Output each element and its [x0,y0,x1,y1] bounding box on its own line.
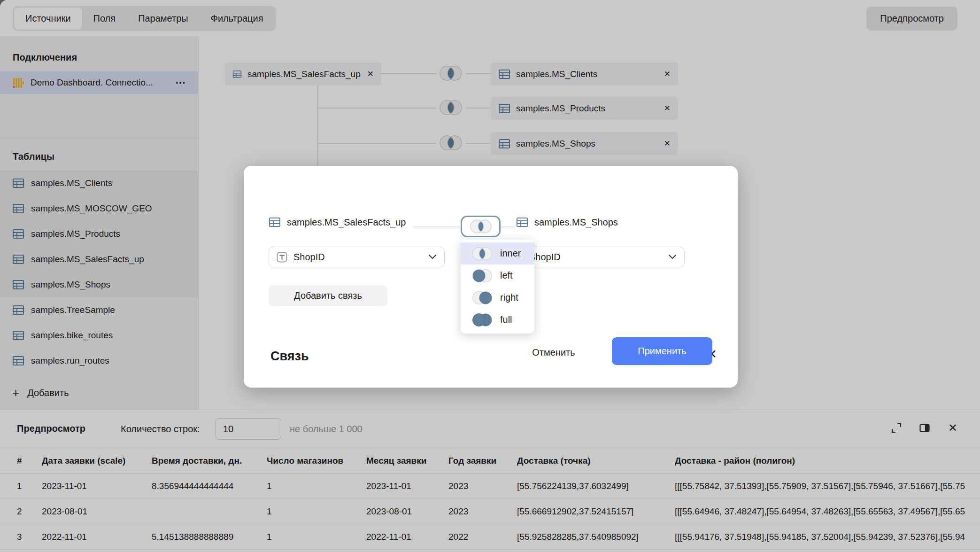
join-option-label: inner [500,248,521,259]
left-field-value: ShopID [293,252,325,263]
dialog-title: Связь [270,349,309,364]
right-table-name: samples.MS_Shops [534,217,618,228]
join-option-label: full [500,314,512,325]
add-relation-button[interactable]: Добавить связь [269,285,387,306]
right-table: samples.MS_Shops [516,216,618,228]
join-line [413,226,461,227]
join-line [501,226,515,227]
left-table-name: samples.MS_SalesFacts_up [287,217,406,228]
join-option-inner[interactable]: inner [461,242,534,264]
join-type-inner-icon [467,217,495,236]
join-option-left[interactable]: left [461,264,534,287]
apply-button[interactable]: Применить [612,337,712,365]
join-type-button[interactable] [461,216,501,237]
cancel-button[interactable]: Отменить [521,345,586,359]
table-icon [516,216,528,228]
join-option-label: left [500,270,513,281]
string-type-icon [277,252,287,263]
left-field-select[interactable]: ShopID [269,247,445,267]
dataset-editor: Источники Поля Параметры Фильтрация Пред… [0,0,980,552]
chevron-down-icon [428,254,437,260]
left-table: samples.MS_SalesFacts_up [269,216,406,228]
chevron-down-icon [668,254,677,260]
table-icon [269,216,281,228]
join-left-icon [471,268,494,284]
join-option-label: right [500,292,518,303]
join-right-icon [471,290,494,306]
join-option-right[interactable]: right [461,287,534,309]
join-option-full[interactable]: full [461,309,534,331]
join-inner-icon [471,246,494,262]
join-type-menu: inner left right full [461,240,534,334]
join-full-icon [471,312,494,328]
